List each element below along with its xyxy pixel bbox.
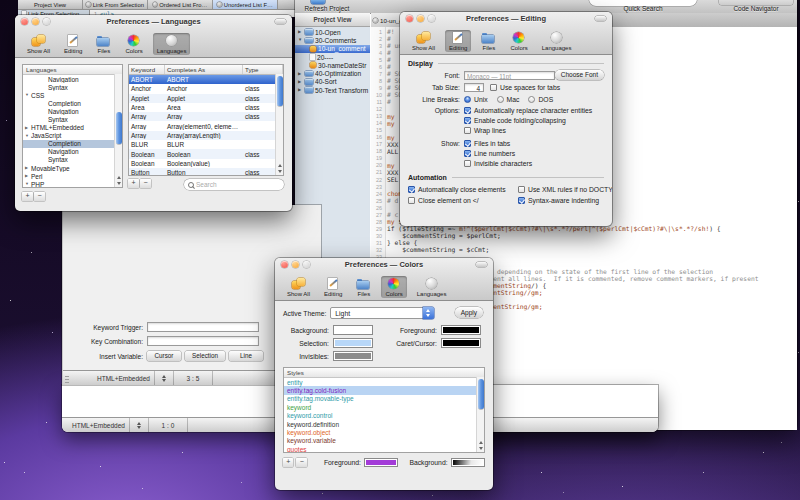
checkbox-row[interactable]: Line numbers — [464, 149, 532, 159]
pane-grip-icon[interactable] — [65, 374, 69, 383]
checkbox[interactable] — [518, 186, 525, 193]
checkbox[interactable] — [464, 160, 471, 167]
project-tree-item[interactable]: 40-Optimization — [295, 69, 370, 77]
checkbox-row[interactable]: Use XML rules if no DOCTYPE — [518, 185, 612, 195]
apply-button[interactable]: Apply — [455, 307, 483, 318]
color-well[interactable] — [333, 325, 373, 335]
table-row[interactable]: Anchor Anchor class — [129, 84, 283, 93]
remove-button[interactable]: − — [140, 179, 151, 188]
checkbox-row[interactable]: Close element on </ — [408, 196, 518, 206]
add-button[interactable]: + — [22, 192, 33, 201]
toolbar-item[interactable]: Editing — [320, 276, 346, 298]
scrollbar[interactable] — [114, 74, 122, 187]
styles-header[interactable]: Styles — [284, 368, 484, 378]
toolbar-toggle-button[interactable] — [275, 19, 286, 24]
language-list-item[interactable]: HTML+Embedded — [23, 124, 122, 132]
toolbar-item[interactable]: Languages — [413, 276, 451, 298]
project-tree-item[interactable]: 10-Open — [295, 28, 370, 36]
column-completes-as[interactable]: Completes As — [165, 65, 243, 74]
table-row[interactable]: Array Array(element0, eleme… — [129, 121, 283, 130]
disclosure-triangle-icon[interactable] — [298, 80, 305, 84]
table-header[interactable]: Keyword Completes As Type — [129, 65, 283, 75]
project-view-header[interactable]: Project View — [295, 13, 370, 27]
style-row[interactable]: keyword.object — [284, 428, 484, 436]
toolbar-item[interactable]: Languages — [538, 30, 576, 52]
table-row[interactable]: Array Array class — [129, 112, 283, 121]
document-tab[interactable]: Link From Selection — [83, 0, 148, 9]
title-bar[interactable]: Preferences — Colors — [275, 258, 493, 271]
style-row[interactable]: quotes — [284, 445, 484, 453]
checkbox-row[interactable]: Wrap lines — [464, 126, 592, 136]
table-row[interactable]: Array Array(arrayLength) — [129, 131, 283, 140]
toolbar-item[interactable]: Colors — [506, 30, 531, 52]
language-list-item[interactable]: MovableType — [23, 164, 122, 172]
project-tree-item[interactable]: 30-nameDateStr — [295, 61, 370, 69]
theme-dropdown[interactable]: Light — [330, 307, 434, 319]
language-indicator[interactable]: HTML+Embedded — [72, 422, 125, 429]
language-list-item[interactable]: JavaScript — [23, 132, 122, 140]
style-row[interactable]: keyword — [284, 403, 484, 411]
toolbar-item[interactable]: Files — [477, 30, 500, 52]
toolbar-item[interactable]: Languages — [153, 33, 191, 55]
stepper-arrows-icon[interactable] — [159, 375, 169, 382]
add-button[interactable]: + — [128, 179, 139, 188]
toolbar-item[interactable]: Editing — [445, 30, 471, 52]
keyword-trigger-field[interactable] — [147, 322, 259, 332]
language-list-item[interactable]: Syntax — [23, 83, 122, 91]
title-bar[interactable]: Preferences — Languages — [15, 15, 292, 28]
language-list-item[interactable]: Syntax — [23, 115, 122, 123]
color-well[interactable] — [333, 351, 373, 361]
insert-cursor-button[interactable]: Cursor — [147, 351, 181, 361]
insert-selection-button[interactable]: Selection — [185, 351, 225, 361]
radio-button[interactable] — [497, 96, 504, 103]
language-list-item[interactable]: Perl — [23, 172, 122, 180]
language-list-item[interactable]: CSS — [23, 91, 122, 99]
document-tab[interactable]: Ordered List Fro… — [148, 0, 213, 9]
key-combination-field[interactable] — [147, 336, 259, 346]
table-row[interactable]: Button Button class — [129, 168, 283, 176]
color-well[interactable] — [441, 325, 481, 335]
checkbox[interactable] — [464, 140, 471, 147]
style-row[interactable]: entity.tag.movable-type — [284, 395, 484, 403]
font-field[interactable]: Monaco — 11pt — [464, 71, 555, 80]
checkbox-row[interactable]: Enable code folding/collapsing — [464, 116, 592, 126]
scrollbar[interactable] — [275, 74, 283, 175]
language-list-item[interactable]: PHP — [23, 180, 122, 188]
remove-button[interactable]: − — [34, 192, 45, 201]
checkbox[interactable] — [464, 117, 471, 124]
language-indicator[interactable]: HTML+Embedded — [97, 375, 150, 382]
toolbar-toggle-button[interactable] — [476, 262, 487, 267]
disclosure-triangle-icon[interactable] — [298, 38, 305, 42]
disclosure-triangle-icon[interactable] — [298, 88, 305, 92]
stepper-arrows-icon[interactable] — [134, 422, 144, 429]
search-input[interactable]: Search — [184, 179, 284, 190]
scrollbar-thumb[interactable] — [116, 112, 122, 145]
tab-size-field[interactable]: 4 — [464, 83, 484, 92]
toolbar-item[interactable]: Files — [352, 276, 375, 298]
choose-font-button[interactable]: Choose Font — [555, 70, 604, 80]
radio-row[interactable]: Mac — [497, 96, 520, 103]
table-row[interactable]: ABORT ABORT — [129, 75, 283, 84]
project-tree-item[interactable]: 50-Text Transform — [295, 86, 370, 94]
color-well[interactable] — [441, 338, 481, 348]
language-list-item[interactable]: Completion — [23, 99, 122, 107]
project-tree-item[interactable]: 10-un_comment — [295, 45, 370, 53]
table-row[interactable]: Applet Applet class — [129, 94, 283, 103]
table-row[interactable]: Boolean Boolean(value) — [129, 159, 283, 168]
checkbox[interactable] — [518, 197, 525, 204]
scrollbar-thumb[interactable] — [478, 379, 484, 410]
checkbox-row[interactable]: Invisible characters — [464, 159, 532, 169]
background-swatch[interactable] — [451, 458, 485, 467]
language-list-item[interactable]: Navigation — [23, 148, 122, 156]
toolbar-item[interactable]: Colors — [381, 276, 406, 298]
radio-row[interactable]: Unix — [464, 96, 488, 103]
style-row[interactable]: entity — [284, 378, 484, 386]
style-row[interactable]: keyword.control — [284, 412, 484, 420]
table-row[interactable]: BLUR BLUR — [129, 140, 283, 149]
toolbar-item[interactable]: Editing — [60, 33, 86, 55]
toolbar-item[interactable]: Show All — [283, 276, 314, 298]
toolbar-item[interactable]: Show All — [23, 33, 54, 55]
disclosure-triangle-icon[interactable] — [298, 30, 305, 34]
checkbox-row[interactable]: Files in tabs — [464, 139, 532, 149]
scrollbar-thumb[interactable] — [277, 76, 283, 107]
